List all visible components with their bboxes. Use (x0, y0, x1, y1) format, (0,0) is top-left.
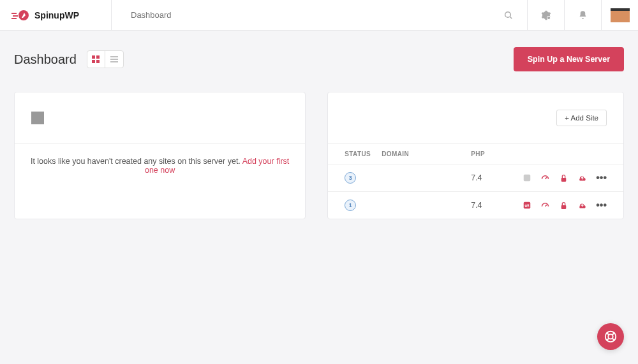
backup-icon[interactable] (577, 173, 587, 183)
svg-point-6 (547, 16, 550, 19)
brand-name: SpinupWP (34, 10, 79, 20)
svg-rect-14 (523, 175, 530, 182)
lock-icon[interactable] (559, 201, 568, 210)
table-row[interactable]: 3 7.4 ••• (328, 164, 623, 191)
add-site-button[interactable]: + Add Site (556, 110, 607, 126)
server-card: + Add Site STATUS DOMAIN PHP 3 7.4 (327, 92, 624, 219)
settings-icon[interactable] (527, 0, 564, 30)
spinupwp-logo-icon (11, 9, 29, 22)
list-view-button[interactable] (105, 51, 123, 68)
svg-rect-16 (561, 177, 567, 181)
git-icon[interactable]: git (522, 201, 531, 210)
provider-icon (31, 112, 44, 124)
search-icon[interactable] (490, 0, 527, 30)
svg-rect-2 (13, 15, 18, 17)
git-icon[interactable] (522, 173, 531, 183)
col-php-header: PHP (471, 150, 522, 157)
svg-rect-3 (11, 18, 17, 19)
svg-rect-10 (96, 60, 100, 63)
table-row[interactable]: 1 7.4 git ••• (328, 191, 623, 219)
table-header: STATUS DOMAIN PHP (328, 143, 623, 164)
server-card-empty: It looks like you haven't created any si… (14, 92, 306, 219)
empty-state-message: It looks like you haven't created any si… (15, 143, 305, 189)
php-cell: 7.4 (471, 201, 522, 210)
notifications-icon[interactable] (564, 0, 601, 30)
cache-icon[interactable] (540, 201, 550, 210)
page-title: Dashboard (14, 52, 77, 67)
col-domain-header: DOMAIN (382, 150, 471, 157)
status-badge: 1 (345, 200, 356, 211)
svg-line-23 (607, 333, 609, 335)
svg-line-25 (607, 339, 609, 341)
svg-point-4 (505, 11, 511, 17)
php-cell: 7.4 (471, 173, 522, 182)
more-icon[interactable]: ••• (596, 200, 607, 211)
grid-view-button[interactable] (87, 51, 105, 68)
help-button[interactable] (597, 323, 624, 350)
svg-line-19 (545, 205, 547, 207)
svg-text:git: git (524, 203, 529, 207)
col-status-header: STATUS (345, 150, 382, 157)
svg-rect-8 (96, 55, 100, 59)
svg-line-26 (612, 339, 615, 341)
svg-point-22 (608, 334, 612, 339)
avatar[interactable] (601, 0, 638, 30)
svg-line-5 (510, 17, 512, 18)
svg-rect-9 (92, 60, 95, 63)
svg-line-15 (545, 177, 547, 179)
lock-icon[interactable] (559, 173, 568, 183)
spin-up-server-button[interactable]: Spin Up a New Server (514, 47, 624, 71)
svg-line-24 (612, 333, 615, 335)
svg-rect-1 (11, 13, 17, 14)
svg-rect-20 (561, 205, 567, 208)
more-icon[interactable]: ••• (596, 172, 607, 184)
breadcrumb[interactable]: Dashboard (112, 10, 490, 20)
cache-icon[interactable] (540, 173, 550, 183)
view-toggle (87, 50, 124, 68)
status-badge: 3 (345, 172, 356, 184)
backup-icon[interactable] (577, 201, 587, 210)
svg-rect-7 (92, 55, 95, 59)
